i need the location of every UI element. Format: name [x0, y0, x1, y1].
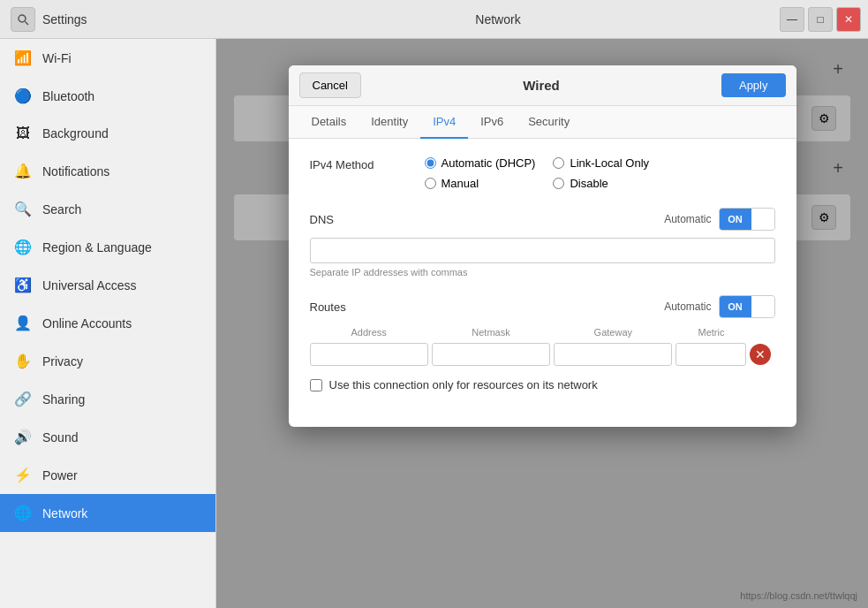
dns-toggle-off	[751, 209, 774, 230]
sharing-icon: 🔗	[14, 391, 32, 407]
dialog-body: IPv4 Method Automatic (DHCP) Link-Local …	[289, 139, 796, 427]
connection-only-row: Use this connection only for resources o…	[310, 378, 775, 391]
window-controls: — □ ✕	[780, 7, 868, 32]
power-icon: ⚡	[14, 467, 32, 483]
dns-toggle-on: ON	[720, 209, 751, 230]
sidebar-item-bluetooth[interactable]: 🔵 Bluetooth	[0, 77, 215, 115]
dialog-tabs: Details Identity IPv4 IPv6 Security	[289, 106, 796, 139]
dialog-title: Wired	[361, 78, 721, 93]
sidebar-item-power[interactable]: ⚡ Power	[0, 456, 215, 494]
method-dhcp-label: Automatic (DHCP)	[442, 156, 536, 170]
routes-toggle-row: Routes Automatic ON	[310, 295, 775, 318]
tab-security[interactable]: Security	[516, 106, 582, 139]
tab-ipv6[interactable]: IPv6	[468, 106, 516, 139]
method-manual-radio[interactable]	[425, 178, 436, 189]
wifi-icon: 📶	[14, 49, 32, 66]
method-dhcp-radio[interactable]	[425, 157, 436, 169]
universal-access-icon: ♿	[14, 277, 32, 293]
ipv4-method-row: IPv4 Method Automatic (DHCP) Link-Local …	[310, 156, 775, 190]
app-title: Settings	[42, 12, 87, 27]
minimize-button[interactable]: —	[780, 7, 804, 32]
routes-gateway-input[interactable]	[554, 343, 672, 366]
titlebar: Settings Network — □ ✕	[0, 0, 868, 39]
sidebar-label-privacy: Privacy	[42, 354, 83, 369]
sidebar-label-online-accounts: Online Accounts	[42, 316, 132, 331]
main-area: 📶 Wi-Fi 🔵 Bluetooth 🖼 Background 🔔 Notif…	[0, 39, 868, 608]
sidebar-label-sound: Sound	[42, 430, 78, 445]
sidebar-item-online-accounts[interactable]: 👤 Online Accounts	[0, 304, 215, 342]
sidebar-item-background[interactable]: 🖼 Background	[0, 115, 215, 152]
notifications-icon: 🔔	[14, 163, 32, 179]
sidebar-item-region[interactable]: 🌐 Region & Language	[0, 228, 215, 266]
sidebar-item-sound[interactable]: 🔊 Sound	[0, 418, 215, 456]
routes-auto-label: Automatic	[664, 300, 711, 313]
method-manual[interactable]: Manual	[425, 177, 536, 190]
dns-toggle-right: Automatic ON	[664, 208, 774, 231]
dns-input[interactable]	[310, 238, 775, 263]
sound-icon: 🔊	[14, 429, 32, 445]
online-accounts-icon: 👤	[14, 315, 32, 331]
network-icon: 🌐	[14, 505, 32, 521]
dns-label: DNS	[310, 213, 334, 226]
routes-col-netmask: Netmask	[432, 325, 550, 339]
routes-delete-button[interactable]: ✕	[750, 344, 771, 365]
method-dhcp[interactable]: Automatic (DHCP)	[425, 156, 536, 170]
routes-toggle-off	[751, 296, 774, 317]
sidebar-item-network[interactable]: 🌐 Network	[0, 494, 215, 532]
routes-toggle-on: ON	[720, 296, 751, 317]
search-icon: 🔍	[14, 201, 32, 217]
svg-point-0	[19, 15, 26, 22]
region-icon: 🌐	[14, 239, 32, 255]
routes-section: Routes Automatic ON Address N	[310, 295, 775, 391]
sidebar-item-notifications[interactable]: 🔔 Notifications	[0, 152, 215, 190]
close-button[interactable]: ✕	[836, 7, 861, 32]
method-disable[interactable]: Disable	[553, 177, 664, 190]
connection-only-checkbox[interactable]	[310, 379, 322, 391]
titlebar-left: Settings	[0, 7, 216, 32]
sidebar-item-search[interactable]: 🔍 Search	[0, 190, 215, 228]
dns-auto-label: Automatic	[664, 213, 711, 225]
routes-metric-input[interactable]	[676, 343, 746, 366]
routes-toggle-switch[interactable]: ON	[719, 295, 775, 318]
bluetooth-icon: 🔵	[14, 87, 32, 104]
sidebar-label-power: Power	[42, 468, 78, 483]
search-button[interactable]	[11, 7, 35, 32]
dns-toggle-switch[interactable]: ON	[719, 208, 775, 231]
tab-identity[interactable]: Identity	[359, 106, 420, 139]
apply-button[interactable]: Apply	[721, 73, 786, 97]
dialog-header: Cancel Wired Apply	[289, 65, 796, 106]
sidebar-item-sharing[interactable]: 🔗 Sharing	[0, 380, 215, 418]
sidebar-label-bluetooth: Bluetooth	[42, 89, 94, 103]
routes-netmask-input[interactable]	[432, 343, 550, 366]
routes-col-gateway: Gateway	[554, 325, 672, 339]
watermark: https://blog.csdn.net/ttwlqqj	[740, 590, 857, 601]
sidebar-item-privacy[interactable]: ✋ Privacy	[0, 342, 215, 380]
routes-table: Address Netmask Gateway Metric ✕	[310, 325, 775, 366]
sidebar-label-universal-access: Universal Access	[42, 278, 137, 293]
routes-toggle-right: Automatic ON	[664, 295, 774, 318]
method-link-local-label: Link-Local Only	[570, 156, 649, 170]
method-disable-radio[interactable]	[553, 178, 564, 189]
tab-ipv4[interactable]: IPv4	[420, 106, 468, 139]
sidebar: 📶 Wi-Fi 🔵 Bluetooth 🖼 Background 🔔 Notif…	[0, 39, 216, 608]
ipv4-method-label: IPv4 Method	[310, 156, 425, 171]
sidebar-label-search: Search	[42, 202, 81, 217]
method-manual-label: Manual	[442, 177, 479, 190]
routes-label: Routes	[310, 300, 346, 314]
sidebar-item-universal-access[interactable]: ♿ Universal Access	[0, 266, 215, 304]
window-title: Network	[216, 12, 780, 27]
method-link-local-radio[interactable]	[553, 157, 564, 169]
wired-dialog: Cancel Wired Apply Details Identity IPv4…	[289, 65, 796, 427]
sidebar-label-wifi: Wi-Fi	[42, 51, 72, 65]
method-link-local[interactable]: Link-Local Only	[553, 156, 664, 170]
privacy-icon: ✋	[14, 353, 32, 369]
network-pane: + ⚙ + ⚙ Cancel Wired Apply	[216, 39, 868, 608]
routes-address-input[interactable]	[310, 343, 428, 366]
cancel-button[interactable]: Cancel	[299, 72, 361, 98]
maximize-button[interactable]: □	[808, 7, 833, 32]
tab-details[interactable]: Details	[299, 106, 359, 139]
ipv4-method-options: Automatic (DHCP) Link-Local Only Manual	[425, 156, 665, 190]
background-icon: 🖼	[14, 125, 32, 141]
ipv4-method-section: IPv4 Method Automatic (DHCP) Link-Local …	[310, 156, 775, 190]
sidebar-item-wifi[interactable]: 📶 Wi-Fi	[0, 39, 215, 77]
